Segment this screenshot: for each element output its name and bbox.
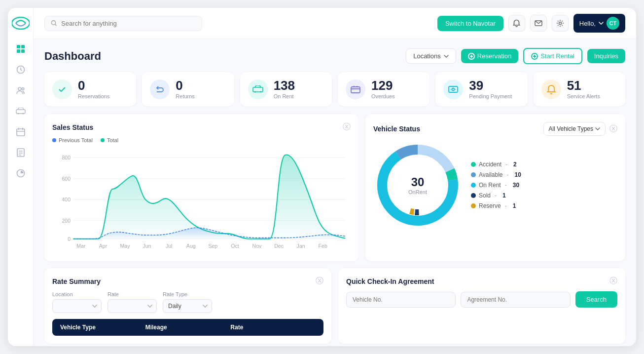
mail-button[interactable] [530, 15, 547, 32]
inquiries-button[interactable]: Inquiries [587, 49, 625, 63]
sidebar-item-chart[interactable] [15, 168, 26, 179]
agreement-no-input[interactable] [461, 292, 570, 308]
legend-accident: Accident - 2 [471, 161, 521, 168]
sidebar-item-clock[interactable] [15, 64, 26, 75]
reservations-value: 0 [78, 79, 109, 92]
checkin-body: Search [346, 291, 617, 308]
bell-icon [513, 19, 520, 27]
rate-filters: Location Rate Rate Type [52, 291, 323, 313]
svg-text:400: 400 [62, 197, 71, 202]
user-greeting: Hello, [579, 20, 596, 27]
onrent-value: 138 [274, 79, 295, 92]
svg-rect-8 [16, 110, 25, 114]
vehicle-close-button[interactable]: ⓧ [609, 124, 617, 134]
page-title: Dashboard [44, 50, 401, 63]
donut-chart: 30 OnRent [373, 141, 462, 230]
svg-text:Oct: Oct [231, 243, 239, 249]
svg-rect-23 [449, 86, 458, 92]
mail-icon [535, 20, 542, 26]
rate-type-label: Rate Type [163, 291, 212, 297]
charts-row: Sales Status ⓧ Previous Total Total [44, 114, 625, 261]
rate-summary-card: Rate Summary ⓧ Location Rate [44, 268, 331, 344]
stat-overdues: 129 Overdues [338, 72, 429, 106]
vehicle-status-card: Vehicle Status All Vehicle Types ⓧ [365, 114, 625, 261]
vehicle-no-input[interactable] [346, 292, 456, 308]
gear-icon [556, 19, 564, 27]
location-select[interactable] [52, 299, 102, 313]
payment-icon [443, 79, 463, 99]
svg-point-0 [12, 17, 30, 29]
settings-button[interactable] [552, 15, 569, 32]
rate-type-select[interactable]: Daily [163, 299, 212, 313]
payment-label: Pending Payment [469, 93, 512, 99]
chart-legend: Previous Total Total [52, 137, 351, 143]
svg-text:600: 600 [62, 176, 71, 182]
vehicle-legend: Accident - 2 Available - 10 [471, 161, 521, 209]
stat-reservations: 0 Reservations [44, 72, 136, 106]
svg-text:800: 800 [62, 155, 71, 160]
plus-icon [468, 53, 475, 60]
reservation-button[interactable]: Reservation [461, 49, 518, 63]
rate-card-header: Rate Summary ⓧ [52, 276, 323, 286]
sales-title: Sales Status [52, 123, 93, 131]
vehicle-type-label: All Vehicle Types [549, 125, 594, 132]
svg-point-6 [18, 87, 21, 90]
topbar-right: Switch to Navotar Hello, CT [437, 14, 625, 33]
chevron-down-icon [444, 55, 449, 58]
legend-label-previous: Previous Total [59, 137, 93, 143]
reservations-icon [52, 79, 72, 99]
search-box[interactable] [44, 16, 202, 31]
sales-close-button[interactable]: ⓧ [343, 122, 351, 132]
topbar: Switch to Navotar Hello, CT [34, 8, 636, 39]
bottom-row: Rate Summary ⓧ Location Rate [44, 268, 625, 344]
user-menu-button[interactable]: Hello, CT [573, 14, 625, 33]
rate-label: Rate [107, 291, 157, 297]
legend-dot-total [101, 138, 105, 142]
rate-select[interactable] [107, 299, 157, 313]
start-rental-button[interactable]: Start Rental [523, 48, 582, 64]
chevron-down-icon [599, 22, 604, 25]
svg-text:Apr: Apr [99, 243, 107, 249]
switch-navotar-button[interactable]: Switch to Navotar [437, 16, 503, 31]
checkin-close-button[interactable]: ⓧ [609, 276, 617, 286]
svg-point-14 [51, 21, 55, 25]
svg-point-10 [22, 113, 24, 115]
legend-previous-total: Previous Total [52, 137, 93, 143]
svg-point-16 [559, 22, 561, 25]
sidebar-item-dashboard[interactable] [15, 43, 26, 54]
locations-button[interactable]: Locations [406, 48, 456, 64]
rate-close-button[interactable]: ⓧ [316, 276, 323, 286]
vehicle-status-body: 30 OnRent Accident - 2 [373, 141, 617, 230]
svg-point-20 [254, 91, 256, 93]
sales-status-card: Sales Status ⓧ Previous Total Total [44, 114, 358, 261]
legend-reserve: Reserve - 1 [471, 202, 521, 209]
vehicle-card-header: Vehicle Status All Vehicle Types ⓧ [373, 122, 617, 136]
svg-rect-4 [21, 49, 25, 53]
vehicle-type-dropdown[interactable]: All Vehicle Types [543, 122, 606, 136]
location-label: Location [52, 291, 102, 297]
checkin-search-button[interactable]: Search [575, 291, 617, 308]
svg-text:May: May [120, 243, 131, 249]
svg-text:Jan: Jan [297, 243, 305, 249]
sidebar-item-users[interactable] [15, 85, 26, 96]
sidebar-item-calendar[interactable] [15, 126, 26, 137]
alerts-icon [541, 79, 561, 99]
location-filter: Location [52, 291, 102, 313]
dashboard-header: Dashboard Locations Reservation Start Re… [44, 48, 625, 64]
logo[interactable] [12, 17, 30, 30]
search-input[interactable] [61, 20, 196, 27]
donut-center: 30 OnRent [408, 175, 427, 195]
sidebar-item-car[interactable] [15, 106, 26, 117]
svg-rect-3 [17, 49, 20, 53]
returns-value: 0 [176, 79, 195, 92]
svg-rect-19 [253, 87, 263, 92]
notification-button[interactable] [508, 15, 525, 32]
legend-dot-onrent [471, 183, 476, 188]
legend-total: Total [101, 137, 118, 143]
sidebar-nav [15, 43, 26, 179]
checkin-title: Quick Check-In Agreement [346, 277, 434, 285]
stat-returns: 0 Returns [142, 72, 234, 106]
sidebar-item-document[interactable] [15, 147, 26, 158]
svg-text:Feb: Feb [319, 243, 327, 249]
overdues-label: Overdues [371, 93, 395, 99]
